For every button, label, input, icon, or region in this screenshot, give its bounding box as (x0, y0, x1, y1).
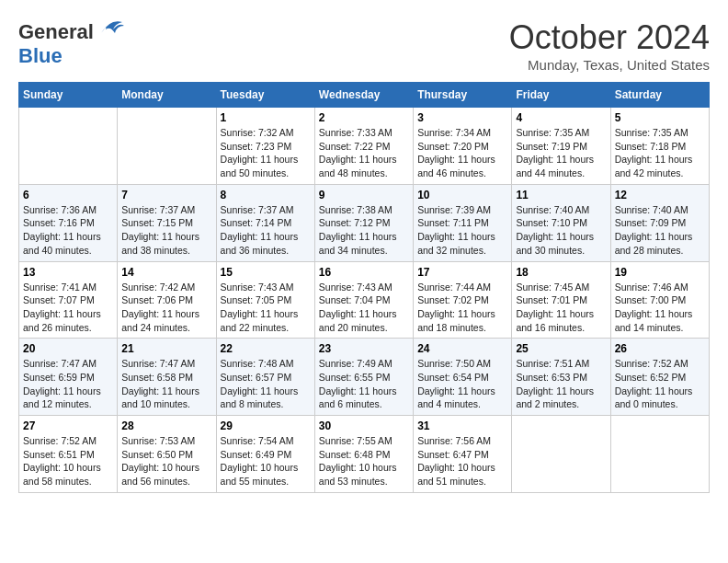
day-content: Sunrise: 7:33 AMSunset: 7:22 PMDaylight:… (319, 126, 409, 180)
weekday-header-sunday: Sunday (19, 83, 118, 108)
calendar-cell: 9Sunrise: 7:38 AMSunset: 7:12 PMDaylight… (314, 184, 413, 261)
weekday-header-thursday: Thursday (414, 83, 512, 108)
calendar-cell (512, 416, 610, 493)
day-number: 29 (221, 419, 311, 432)
logo: General Blue (18, 18, 124, 68)
day-content: Sunrise: 7:35 AMSunset: 7:19 PMDaylight:… (516, 126, 606, 180)
calendar-cell (19, 108, 118, 185)
calendar-cell: 30Sunrise: 7:55 AMSunset: 6:48 PMDayligh… (314, 416, 413, 493)
day-content: Sunrise: 7:53 AMSunset: 6:50 PMDaylight:… (121, 434, 211, 488)
day-number: 20 (23, 342, 113, 355)
location: Munday, Texas, United States (509, 57, 710, 73)
day-content: Sunrise: 7:34 AMSunset: 7:20 PMDaylight:… (417, 126, 507, 180)
day-content: Sunrise: 7:43 AMSunset: 7:05 PMDaylight:… (221, 281, 311, 335)
weekday-header-monday: Monday (118, 83, 216, 108)
day-content: Sunrise: 7:50 AMSunset: 6:54 PMDaylight:… (417, 357, 507, 411)
calendar-week-row: 27Sunrise: 7:52 AMSunset: 6:51 PMDayligh… (19, 416, 710, 493)
day-number: 14 (121, 266, 211, 279)
calendar-cell: 23Sunrise: 7:49 AMSunset: 6:55 PMDayligh… (314, 339, 413, 416)
calendar-week-row: 6Sunrise: 7:36 AMSunset: 7:16 PMDaylight… (19, 184, 710, 261)
calendar-week-row: 1Sunrise: 7:32 AMSunset: 7:23 PMDaylight… (19, 108, 710, 185)
weekday-header-tuesday: Tuesday (216, 83, 314, 108)
day-content: Sunrise: 7:41 AMSunset: 7:07 PMDaylight:… (23, 281, 113, 335)
logo-bird-icon (97, 17, 124, 37)
day-number: 22 (221, 342, 311, 355)
day-content: Sunrise: 7:36 AMSunset: 7:16 PMDaylight:… (23, 203, 113, 258)
calendar-cell: 31Sunrise: 7:56 AMSunset: 6:47 PMDayligh… (414, 416, 512, 493)
calendar-cell: 26Sunrise: 7:52 AMSunset: 6:52 PMDayligh… (610, 339, 709, 416)
calendar-cell: 22Sunrise: 7:48 AMSunset: 6:57 PMDayligh… (216, 339, 314, 416)
calendar-cell: 14Sunrise: 7:42 AMSunset: 7:06 PMDayligh… (118, 261, 216, 339)
calendar-cell: 1Sunrise: 7:32 AMSunset: 7:23 PMDaylight… (216, 108, 314, 185)
calendar-cell (118, 108, 216, 185)
calendar-cell: 10Sunrise: 7:39 AMSunset: 7:11 PMDayligh… (414, 184, 512, 261)
title-block: October 2024 Munday, Texas, United State… (509, 18, 710, 73)
logo-text: General Blue (18, 18, 124, 68)
day-number: 26 (615, 342, 705, 355)
day-number: 7 (121, 189, 211, 201)
day-number: 10 (417, 189, 507, 201)
calendar-cell: 11Sunrise: 7:40 AMSunset: 7:10 PMDayligh… (512, 184, 610, 261)
day-content: Sunrise: 7:38 AMSunset: 7:12 PMDaylight:… (319, 203, 409, 258)
day-number: 2 (319, 111, 409, 124)
calendar-cell: 15Sunrise: 7:43 AMSunset: 7:05 PMDayligh… (216, 261, 314, 339)
calendar-body: 1Sunrise: 7:32 AMSunset: 7:23 PMDaylight… (19, 108, 710, 493)
day-content: Sunrise: 7:47 AMSunset: 6:58 PMDaylight:… (121, 357, 211, 411)
day-number: 31 (417, 419, 507, 432)
day-number: 6 (23, 189, 113, 201)
calendar-cell: 8Sunrise: 7:37 AMSunset: 7:14 PMDaylight… (216, 184, 314, 261)
calendar-cell: 29Sunrise: 7:54 AMSunset: 6:49 PMDayligh… (216, 416, 314, 493)
day-content: Sunrise: 7:37 AMSunset: 7:15 PMDaylight:… (121, 203, 211, 258)
calendar-cell: 27Sunrise: 7:52 AMSunset: 6:51 PMDayligh… (19, 416, 118, 493)
day-number: 8 (221, 189, 311, 201)
calendar-cell: 12Sunrise: 7:40 AMSunset: 7:09 PMDayligh… (610, 184, 709, 261)
day-content: Sunrise: 7:37 AMSunset: 7:14 PMDaylight:… (221, 203, 311, 258)
day-number: 4 (516, 111, 606, 124)
calendar-cell: 2Sunrise: 7:33 AMSunset: 7:22 PMDaylight… (314, 108, 413, 185)
day-content: Sunrise: 7:49 AMSunset: 6:55 PMDaylight:… (319, 357, 409, 411)
calendar-cell: 5Sunrise: 7:35 AMSunset: 7:18 PMDaylight… (610, 108, 709, 185)
calendar-cell: 21Sunrise: 7:47 AMSunset: 6:58 PMDayligh… (118, 339, 216, 416)
calendar-cell: 4Sunrise: 7:35 AMSunset: 7:19 PMDaylight… (512, 108, 610, 185)
day-number: 13 (23, 266, 113, 279)
calendar-cell (610, 416, 709, 493)
day-number: 28 (121, 419, 211, 432)
day-number: 11 (516, 189, 606, 201)
day-content: Sunrise: 7:45 AMSunset: 7:01 PMDaylight:… (516, 281, 606, 335)
day-content: Sunrise: 7:44 AMSunset: 7:02 PMDaylight:… (417, 281, 507, 335)
calendar-cell: 20Sunrise: 7:47 AMSunset: 6:59 PMDayligh… (19, 339, 118, 416)
calendar-week-row: 13Sunrise: 7:41 AMSunset: 7:07 PMDayligh… (19, 261, 710, 339)
day-number: 15 (221, 266, 311, 279)
day-number: 25 (516, 342, 606, 355)
calendar-week-row: 20Sunrise: 7:47 AMSunset: 6:59 PMDayligh… (19, 339, 710, 416)
calendar-header-row: SundayMondayTuesdayWednesdayThursdayFrid… (19, 83, 710, 108)
day-number: 9 (319, 189, 409, 201)
calendar-table: SundayMondayTuesdayWednesdayThursdayFrid… (18, 82, 710, 493)
weekday-header-wednesday: Wednesday (314, 83, 413, 108)
day-content: Sunrise: 7:42 AMSunset: 7:06 PMDaylight:… (121, 281, 211, 335)
day-number: 5 (615, 111, 705, 124)
month-title: October 2024 (509, 18, 710, 57)
page-header: General Blue October 2024 Munday, Texas,… (18, 18, 710, 73)
calendar-cell: 24Sunrise: 7:50 AMSunset: 6:54 PMDayligh… (414, 339, 512, 416)
calendar-cell: 18Sunrise: 7:45 AMSunset: 7:01 PMDayligh… (512, 261, 610, 339)
day-number: 12 (615, 189, 705, 201)
day-content: Sunrise: 7:35 AMSunset: 7:18 PMDaylight:… (615, 126, 705, 180)
day-content: Sunrise: 7:52 AMSunset: 6:52 PMDaylight:… (615, 357, 705, 411)
day-content: Sunrise: 7:47 AMSunset: 6:59 PMDaylight:… (23, 357, 113, 411)
calendar-cell: 3Sunrise: 7:34 AMSunset: 7:20 PMDaylight… (414, 108, 512, 185)
day-content: Sunrise: 7:55 AMSunset: 6:48 PMDaylight:… (319, 434, 409, 488)
day-number: 17 (417, 266, 507, 279)
day-number: 27 (23, 419, 113, 432)
day-content: Sunrise: 7:43 AMSunset: 7:04 PMDaylight:… (319, 281, 409, 335)
calendar-cell: 17Sunrise: 7:44 AMSunset: 7:02 PMDayligh… (414, 261, 512, 339)
day-content: Sunrise: 7:32 AMSunset: 7:23 PMDaylight:… (221, 126, 311, 180)
day-number: 19 (615, 266, 705, 279)
weekday-header-saturday: Saturday (610, 83, 709, 108)
day-content: Sunrise: 7:40 AMSunset: 7:10 PMDaylight:… (516, 203, 606, 258)
day-number: 3 (417, 111, 507, 124)
day-content: Sunrise: 7:52 AMSunset: 6:51 PMDaylight:… (23, 434, 113, 488)
calendar-cell: 7Sunrise: 7:37 AMSunset: 7:15 PMDaylight… (118, 184, 216, 261)
calendar-cell: 28Sunrise: 7:53 AMSunset: 6:50 PMDayligh… (118, 416, 216, 493)
weekday-header-friday: Friday (512, 83, 610, 108)
